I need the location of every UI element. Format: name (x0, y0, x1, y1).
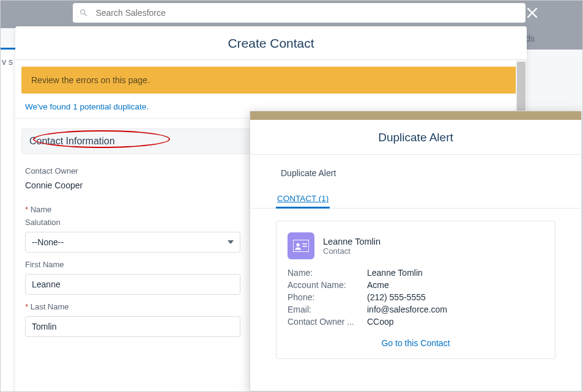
salutation-select[interactable]: --None-- (25, 232, 240, 253)
field-row: Phone:(212) 555-5555 (288, 292, 544, 302)
chevron-down-icon (228, 239, 234, 245)
alert-accent-bar (250, 111, 581, 120)
alert-subtitle: Duplicate Alert (250, 155, 581, 190)
first-name-input[interactable] (25, 274, 240, 295)
tab-fragment: ds (525, 34, 535, 43)
search-icon (79, 8, 88, 18)
field-row: Account Name:Acme (288, 280, 544, 290)
duplicate-alert-modal: Duplicate Alert Duplicate Alert CONTACT … (250, 111, 582, 391)
modal-title: Create Contact (15, 26, 527, 59)
card-fields: Name:Leanne Tomlin Account Name:Acme Pho… (288, 268, 544, 327)
field-row: Email:info@salesforce.com (288, 305, 544, 314)
search-input[interactable] (95, 8, 519, 18)
last-name-input[interactable] (25, 316, 240, 337)
tab-contact[interactable]: CONTACT (1) (276, 190, 330, 209)
global-search[interactable] (73, 3, 525, 23)
duplicate-link[interactable]: We've found 1 potential duplicate. (25, 102, 149, 111)
close-icon[interactable] (524, 4, 541, 21)
card-object: Contact (323, 246, 381, 256)
contact-icon (288, 232, 314, 259)
divider (15, 59, 527, 60)
salutation-value: --None-- (32, 237, 64, 247)
left-fragment: v s (1, 50, 15, 391)
error-banner: Review the errors on this page. (21, 67, 521, 94)
svg-point-1 (297, 243, 300, 246)
duplicate-card: Leanne Tomlin Contact Name:Leanne Tomlin… (276, 221, 555, 359)
goto-contact-link[interactable]: Go to this Contact (381, 338, 450, 348)
card-name: Leanne Tomlin (323, 237, 381, 246)
field-row: Contact Owner ...CCoop (288, 317, 544, 327)
field-row: Name:Leanne Tomlin (288, 268, 544, 278)
alert-title: Duplicate Alert (250, 120, 581, 154)
